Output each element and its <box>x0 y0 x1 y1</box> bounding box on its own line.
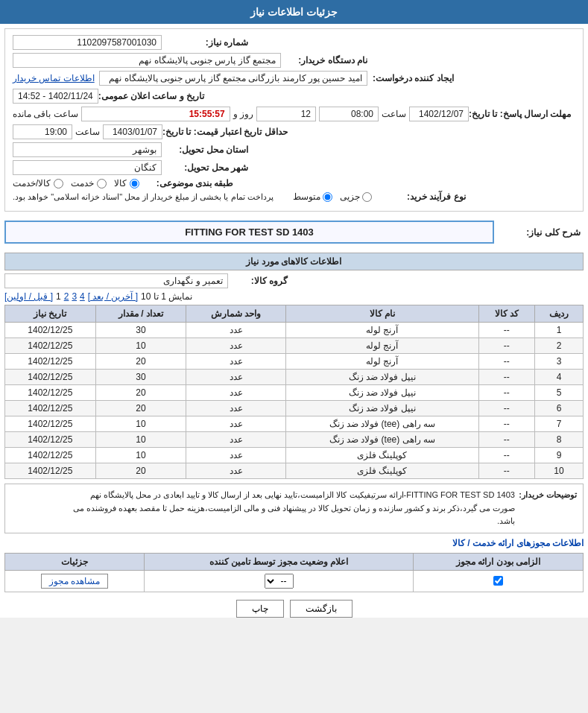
validity-row: حداقل تاریخ اعتبار قیمت: تا تاریخ: 1403/… <box>13 124 575 139</box>
category-radio-both[interactable] <box>54 179 63 188</box>
cell-name: آرنج لوله <box>285 323 478 338</box>
pagination-p2[interactable]: 2 <box>64 291 69 302</box>
category-radio-service[interactable] <box>97 179 107 188</box>
table-row: 4 -- نیپل فولاد ضد زنگ عدد 30 1402/12/25 <box>5 370 584 385</box>
print-button[interactable]: چاپ <box>236 600 284 618</box>
cell-date: 1402/12/25 <box>5 463 96 479</box>
table-row: 5 -- نیپل فولاد ضد زنگ عدد 20 1402/12/25 <box>5 385 584 401</box>
need-desc-value: FITTING FOR TEST SD 1403 <box>4 221 494 244</box>
cell-row: 8 <box>535 432 584 448</box>
pagination-p3[interactable]: 3 <box>72 291 77 302</box>
cell-unit: عدد <box>186 354 286 370</box>
cell-code: -- <box>478 401 534 416</box>
creator-row: ایجاد کننده درخواست: امید حسین پور کارمن… <box>13 71 575 86</box>
city-label: شهر محل تحویل: <box>162 162 251 173</box>
process-radio-medium[interactable] <box>323 192 332 202</box>
cell-name: سه راهی (tee) فولاد ضد زنگ <box>285 416 478 432</box>
table-row: 10 -- کوپلینگ فلزی عدد 20 1402/12/25 <box>5 463 584 479</box>
page-title: جزئیات اطلاعات نیاز <box>250 6 338 18</box>
pagination-p4[interactable]: 4 <box>80 291 85 302</box>
response-remaining-label: ساعت باقی مانده <box>13 109 78 119</box>
table-row: 9 -- کوپلینگ فلزی عدد 10 1402/12/25 <box>5 448 584 463</box>
cell-date: 1402/12/25 <box>5 338 96 354</box>
license-row: -- ∨ مشاهده مجوز <box>5 570 584 592</box>
goods-table: ردیف کد کالا نام کالا واحد شمارش تعداد /… <box>4 305 584 479</box>
cell-qty: 10 <box>95 432 186 448</box>
goods-table-container: ردیف کد کالا نام کالا واحد شمارش تعداد /… <box>4 305 584 479</box>
process-partial-label: جزیی <box>340 191 360 202</box>
cell-name: کوپلینگ فلزی <box>285 463 478 479</box>
license-status-dropdown[interactable]: -- ∨ <box>265 574 294 589</box>
cell-date: 1402/12/25 <box>5 432 96 448</box>
pagination-show: نمایش 1 تا 10 <box>141 291 192 302</box>
cell-unit: عدد <box>186 448 286 463</box>
datetime-label: تاریخ و ساعت اعلان عمومی: <box>98 91 207 101</box>
license-status-cell: -- ∨ <box>144 570 413 592</box>
cell-qty: 20 <box>95 354 186 370</box>
datetime-value: 1402/11/24 - 14:52 <box>13 89 98 104</box>
cell-code: -- <box>478 432 534 448</box>
goods-section: اطلاعات کالاهای مورد نیاز گروه کالا: تعم… <box>4 253 584 533</box>
license-col-required: الزامی بودن ارائه مجوز <box>414 553 584 570</box>
creator-link[interactable]: اطلاعات تماس خریدار <box>13 73 95 83</box>
cell-code: -- <box>478 323 534 338</box>
process-label: نوع فرآیند خرید: <box>379 191 469 202</box>
pagination-next[interactable]: [ آخرین / بعد ] <box>88 291 138 302</box>
col-header-date: تاریخ نیاز <box>5 305 96 323</box>
cell-code: -- <box>478 370 534 385</box>
cell-date: 1402/12/25 <box>5 401 96 416</box>
cell-unit: عدد <box>186 338 286 354</box>
table-row: 8 -- سه راهی (tee) فولاد ضد زنگ عدد 10 1… <box>5 432 584 448</box>
cell-qty: 30 <box>95 370 186 385</box>
cell-row: 7 <box>535 416 584 432</box>
cell-code: -- <box>478 463 534 479</box>
need-desc-row: شرح کلی نیاز: FITTING FOR TEST SD 1403 <box>4 216 584 248</box>
province-row: استان محل تحویل: بوشهر <box>13 142 575 157</box>
cell-qty: 20 <box>95 463 186 479</box>
cell-name: نیپل فولاد ضد زنگ <box>285 401 478 416</box>
category-service-label: خدمت <box>71 178 94 188</box>
cell-qty: 20 <box>95 385 186 401</box>
cell-row: 4 <box>535 370 584 385</box>
license-col-details: جزئیات <box>5 553 145 570</box>
cell-unit: عدد <box>186 463 286 479</box>
license-col-status: اعلام وضعیت مجوز توسط تامین کننده <box>144 553 413 570</box>
button-group: بازگشت چاپ <box>0 600 588 618</box>
cell-code: -- <box>478 416 534 432</box>
table-row: 3 -- آرنج لوله عدد 20 1402/12/25 <box>5 354 584 370</box>
cell-date: 1402/12/25 <box>5 385 96 401</box>
cell-row: 6 <box>535 401 584 416</box>
license-required-checkbox[interactable] <box>493 576 503 586</box>
validity-group: 1403/01/07 ساعت 19:00 <box>13 124 162 139</box>
back-button[interactable]: بازگشت <box>290 600 353 618</box>
table-row: 6 -- نیپل فولاد ضد زنگ عدد 20 1402/12/25 <box>5 401 584 416</box>
pagination-prev[interactable]: [ قبل / اولین] <box>4 291 53 302</box>
category-radio-goods[interactable] <box>130 179 139 188</box>
cell-date: 1402/12/25 <box>5 354 96 370</box>
view-license-button[interactable]: مشاهده مجوز <box>41 574 108 589</box>
cell-name: نیپل فولاد ضد زنگ <box>285 370 478 385</box>
cell-qty: 10 <box>95 448 186 463</box>
cell-code: -- <box>478 448 534 463</box>
cell-name: نیپل فولاد ضد زنگ <box>285 385 478 401</box>
cell-name: سه راهی (tee) فولاد ضد زنگ <box>285 432 478 448</box>
buyer-label: نام دستگاه خریدار: <box>281 55 370 66</box>
notes-box: توضیحات خریدار: FITTING FOR TEST SD 1403… <box>4 484 584 533</box>
cell-qty: 20 <box>95 401 186 416</box>
buyer-value: مجتمع گاز پارس جنوبی پالایشگاه نهم <box>13 53 281 68</box>
city-row: شهر محل تحویل: کنگان <box>13 160 575 175</box>
response-row: مهلت ارسال پاسخ: تا تاریخ: 1402/12/07 سا… <box>13 107 575 121</box>
goods-section-title: اطلاعات کالاهای مورد نیاز <box>4 253 584 270</box>
cell-row: 5 <box>535 385 584 401</box>
cell-code: -- <box>478 338 534 354</box>
category-both: کالا/خدمت <box>13 178 63 188</box>
response-group: 1402/12/07 ساعت 08:00 12 روز و 15:55:57 … <box>13 107 469 121</box>
category-label: طبقه بندی موضوعی: <box>147 178 236 188</box>
province-value: بوشهر <box>13 142 162 157</box>
page-wrapper: جزئیات اطلاعات نیاز شماره نیاز: 11020975… <box>0 0 588 618</box>
need-number-row: شماره نیاز: 1102097587001030 <box>13 35 575 50</box>
col-header-row: ردیف <box>535 305 584 323</box>
process-radio-partial[interactable] <box>362 192 372 202</box>
cell-qty: 10 <box>95 338 186 354</box>
cell-code: -- <box>478 385 534 401</box>
